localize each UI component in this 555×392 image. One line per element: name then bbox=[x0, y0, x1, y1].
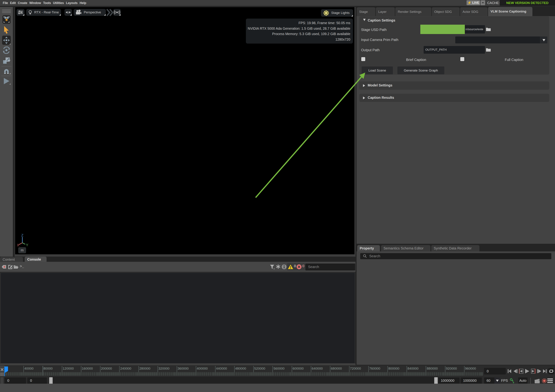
svg-text:X: X bbox=[17, 243, 19, 247]
svg-text:Y: Y bbox=[26, 243, 28, 247]
svg-text:Z: Z bbox=[21, 234, 23, 237]
